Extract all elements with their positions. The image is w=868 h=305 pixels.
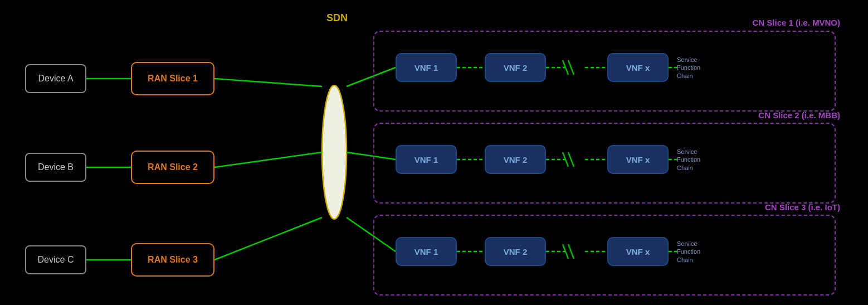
ran-slice-3: RAN Slice 3 bbox=[131, 243, 214, 277]
network-diagram: SDN Device A Device B Device C RAN Slice… bbox=[0, 0, 868, 305]
device-b: Device B bbox=[25, 153, 86, 182]
vnf-1-2: VNF 2 bbox=[485, 53, 546, 82]
svg-line-2 bbox=[214, 79, 322, 86]
vnf-2-2: VNF 2 bbox=[485, 145, 546, 174]
sdn-label: SDN bbox=[320, 12, 354, 24]
device-a: Device A bbox=[25, 64, 86, 93]
vnf-3-2: VNF 2 bbox=[485, 237, 546, 266]
vnf-3-1: VNF 1 bbox=[396, 237, 457, 266]
vnf-1-1: VNF 1 bbox=[396, 53, 457, 82]
sfc-label-1: Service Function Chain bbox=[677, 56, 700, 80]
cn-slice-3-label: CN Slice 3 (i.e. IoT) bbox=[765, 202, 840, 212]
svg-line-5 bbox=[214, 152, 322, 167]
svg-line-8 bbox=[214, 217, 322, 260]
ran-slice-1: RAN Slice 1 bbox=[131, 62, 214, 95]
vnf-3-x: VNF x bbox=[607, 237, 669, 266]
vnf-2-1: VNF 1 bbox=[396, 145, 457, 174]
cn-slice-1-label: CN Slice 1 (i.e. MVNO) bbox=[752, 18, 840, 27]
ran-slice-2: RAN Slice 2 bbox=[131, 151, 214, 184]
sfc-label-3: Service Function Chain bbox=[677, 240, 700, 264]
svg-point-0 bbox=[322, 85, 347, 219]
device-c: Device C bbox=[25, 245, 86, 274]
vnf-1-x: VNF x bbox=[607, 53, 669, 82]
cn-slice-2-label: CN Slice 2 (i.e. MBB) bbox=[758, 110, 840, 120]
sfc-label-2: Service Function Chain bbox=[677, 148, 700, 172]
vnf-2-x: VNF x bbox=[607, 145, 669, 174]
